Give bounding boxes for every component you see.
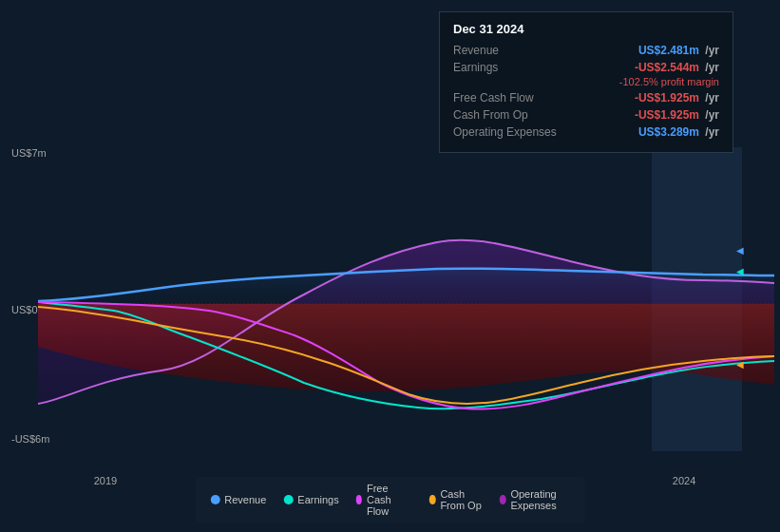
legend-label-earnings: Earnings bbox=[297, 494, 338, 505]
legend-revenue[interactable]: Revenue bbox=[210, 494, 266, 505]
tooltip-row-cashop: Cash From Op -US$1.925m /yr bbox=[453, 108, 719, 122]
legend-opex[interactable]: Operating Expenses bbox=[500, 488, 570, 511]
revenue-label: Revenue bbox=[453, 44, 558, 57]
tooltip-row-earnings: Earnings -US$2.544m /yr bbox=[453, 61, 719, 74]
y-axis-zero-label: US$0 bbox=[11, 304, 38, 315]
legend-dot-opex bbox=[500, 495, 505, 504]
arrow-revenue: ◀ bbox=[736, 245, 744, 256]
fcf-value: -US$1.925m /yr bbox=[635, 91, 719, 104]
legend-label-revenue: Revenue bbox=[224, 494, 266, 505]
legend-label-fcf: Free Cash Flow bbox=[367, 483, 412, 517]
earnings-value: -US$2.544m /yr bbox=[635, 61, 719, 74]
revenue-value: US$2.481m /yr bbox=[638, 44, 719, 57]
tooltip-date: Dec 31 2024 bbox=[453, 22, 719, 36]
opex-value: US$3.289m /yr bbox=[638, 125, 719, 139]
legend-dot-fcf bbox=[356, 495, 362, 504]
tooltip-row-revenue: Revenue US$2.481m /yr bbox=[453, 44, 719, 57]
cashop-label: Cash From Op bbox=[453, 108, 558, 122]
legend-fcf[interactable]: Free Cash Flow bbox=[356, 483, 412, 517]
legend-dot-cashop bbox=[429, 495, 435, 504]
opex-label: Operating Expenses bbox=[453, 125, 558, 139]
arrow-cashop: ◀ bbox=[736, 359, 744, 370]
legend-cashop[interactable]: Cash From Op bbox=[429, 488, 483, 511]
tooltip-row-fcf: Free Cash Flow -US$1.925m /yr bbox=[453, 91, 719, 104]
cashop-value: -US$1.925m /yr bbox=[635, 108, 719, 122]
x-label-2019: 2019 bbox=[94, 475, 117, 486]
tooltip-card: Dec 31 2024 Revenue US$2.481m /yr Earnin… bbox=[439, 11, 733, 153]
legend-label-opex: Operating Expenses bbox=[510, 488, 569, 511]
chart-container: Dec 31 2024 Revenue US$2.481m /yr Earnin… bbox=[0, 0, 780, 532]
earnings-label: Earnings bbox=[453, 61, 558, 74]
legend-label-cashop: Cash From Op bbox=[440, 488, 483, 511]
tooltip-row-opex: Operating Expenses US$3.289m /yr bbox=[453, 125, 719, 139]
x-label-2024: 2024 bbox=[673, 475, 695, 486]
arrow-earnings: ◀ bbox=[736, 266, 744, 276]
legend-earnings[interactable]: Earnings bbox=[283, 494, 338, 505]
chart-svg bbox=[38, 147, 774, 451]
profit-margin-value: -102.5% profit margin bbox=[453, 76, 719, 87]
fcf-label: Free Cash Flow bbox=[453, 91, 558, 104]
legend-dot-revenue bbox=[210, 495, 219, 504]
legend-dot-earnings bbox=[283, 495, 293, 504]
legend: Revenue Earnings Free Cash Flow Cash Fro… bbox=[195, 477, 585, 522]
